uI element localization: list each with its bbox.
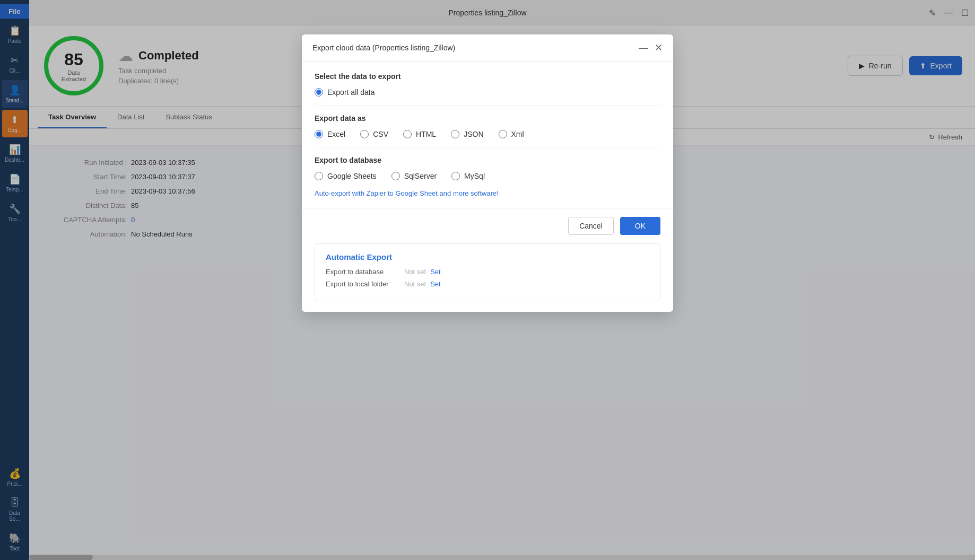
- db-mysql-option[interactable]: MySql: [451, 172, 485, 180]
- export-all-data-label: Export all data: [327, 88, 375, 97]
- ok-button[interactable]: OK: [620, 217, 660, 235]
- export-to-local-folder-row: Export to local folder Not set Set: [326, 280, 649, 288]
- db-google-sheets-radio[interactable]: [315, 172, 323, 180]
- modal-footer: Cancel OK: [302, 208, 673, 243]
- export-to-database-status: Not set: [404, 268, 426, 276]
- export-modal: Export cloud data (Properties listing_Zi…: [302, 34, 673, 312]
- export-to-database-set[interactable]: Set: [430, 268, 441, 276]
- modal-header: Export cloud data (Properties listing_Zi…: [302, 34, 673, 62]
- db-mysql-radio[interactable]: [451, 172, 460, 180]
- format-excel-radio[interactable]: [315, 130, 323, 138]
- format-xml-label: Xml: [511, 130, 524, 138]
- format-json-option[interactable]: JSON: [451, 130, 483, 138]
- export-all-data-option[interactable]: Export all data: [315, 88, 375, 97]
- export-all-data-radio[interactable]: [315, 88, 323, 97]
- format-html-label: HTML: [416, 130, 436, 138]
- db-sqlserver-radio[interactable]: [391, 172, 400, 180]
- database-radio-group: Google Sheets SqlServer MySql: [315, 172, 660, 180]
- auto-export-title: Automatic Export: [326, 252, 649, 261]
- db-google-sheets-option[interactable]: Google Sheets: [315, 172, 377, 180]
- format-csv-radio[interactable]: [360, 130, 369, 138]
- format-radio-group: Excel CSV HTML JSON Xml: [315, 130, 660, 138]
- format-csv-label: CSV: [373, 130, 388, 138]
- modal-title: Export cloud data (Properties listing_Zi…: [312, 43, 455, 52]
- modal-body: Select the data to export Export all dat…: [302, 62, 673, 208]
- modal-header-buttons: — ✕: [639, 42, 663, 54]
- divider-1: [315, 105, 660, 106]
- export-data-as-title: Export data as: [315, 114, 660, 122]
- export-to-database-title: Export to database: [315, 156, 660, 164]
- modal-close-button[interactable]: ✕: [655, 42, 663, 54]
- format-excel-option[interactable]: Excel: [315, 130, 345, 138]
- db-sqlserver-label: SqlServer: [404, 172, 437, 180]
- format-html-option[interactable]: HTML: [403, 130, 436, 138]
- select-data-title: Select the data to export: [315, 72, 660, 81]
- format-json-radio[interactable]: [451, 130, 459, 138]
- export-to-local-folder-label: Export to local folder: [326, 280, 400, 288]
- divider-2: [315, 147, 660, 147]
- modal-minimize-button[interactable]: —: [639, 42, 648, 54]
- format-xml-radio[interactable]: [499, 130, 507, 138]
- export-to-local-folder-set[interactable]: Set: [430, 280, 441, 288]
- auto-export-section: Automatic Export Export to database Not …: [315, 243, 660, 301]
- format-json-label: JSON: [464, 130, 483, 138]
- db-mysql-label: MySql: [464, 172, 485, 180]
- format-excel-label: Excel: [327, 130, 345, 138]
- export-to-database-row: Export to database Not set Set: [326, 268, 649, 276]
- format-html-radio[interactable]: [403, 130, 412, 138]
- db-google-sheets-label: Google Sheets: [327, 172, 377, 180]
- zapier-link[interactable]: Auto-export with Zapier to Google Sheet …: [315, 189, 499, 197]
- db-sqlserver-option[interactable]: SqlServer: [391, 172, 437, 180]
- export-to-local-folder-status: Not set: [404, 280, 426, 288]
- cancel-button[interactable]: Cancel: [568, 217, 614, 235]
- export-all-radio-group: Export all data: [315, 88, 660, 97]
- format-xml-option[interactable]: Xml: [499, 130, 524, 138]
- zapier-section: Auto-export with Zapier to Google Sheet …: [315, 189, 660, 197]
- export-to-database-label: Export to database: [326, 268, 400, 276]
- format-csv-option[interactable]: CSV: [360, 130, 388, 138]
